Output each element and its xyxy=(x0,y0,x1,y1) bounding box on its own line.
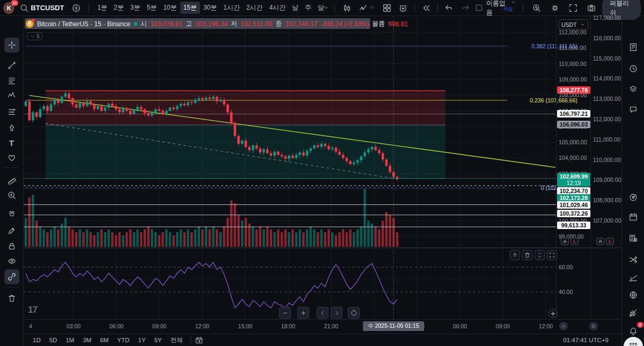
crosshair-tool[interactable] xyxy=(4,38,19,53)
candles-button[interactable] xyxy=(340,2,355,14)
news-panel-button[interactable] xyxy=(626,231,641,246)
trend-line-tool[interactable] xyxy=(4,58,19,73)
scroll-left-button[interactable] xyxy=(317,307,328,319)
interval-button-2시간[interactable]: 2시간 xyxy=(243,2,266,14)
indicators-button[interactable] xyxy=(356,2,378,14)
compare-add-button[interactable] xyxy=(69,2,84,14)
ideas-target-panel-button[interactable] xyxy=(626,190,641,205)
log-scale-button[interactable]: L xyxy=(606,238,614,245)
watchlist-icon xyxy=(628,42,638,52)
emoji-heart-tool[interactable] xyxy=(4,150,19,165)
pattern-icon xyxy=(7,91,17,100)
interval-button-주[interactable]: 주 xyxy=(302,2,314,14)
redo-button[interactable] xyxy=(458,2,473,14)
globe-panel-button[interactable] xyxy=(626,288,641,303)
layout-checkbox[interactable] xyxy=(475,4,483,12)
interval-button-30분[interactable]: 30분 xyxy=(200,2,220,14)
settings-button[interactable] xyxy=(547,2,562,14)
hotlists-web-panel-button[interactable] xyxy=(626,306,641,321)
object-tree-panel-button[interactable] xyxy=(626,82,641,97)
curves-panel-button[interactable] xyxy=(626,270,641,285)
chat-panel-button[interactable] xyxy=(626,102,641,117)
price-label: 99,613.33 xyxy=(557,222,590,229)
interval-button-3분[interactable]: 3분 xyxy=(127,2,144,14)
fullscreen-button[interactable] xyxy=(566,2,581,14)
fib-retracement-tool[interactable] xyxy=(4,73,19,88)
quick-search-button[interactable] xyxy=(529,2,544,14)
range-button-1M[interactable]: 1M xyxy=(62,336,78,344)
range-button-1D[interactable]: 1D xyxy=(29,336,45,344)
tradingview-logo[interactable]: 17 xyxy=(28,305,37,315)
log-scale-button[interactable]: L xyxy=(570,238,579,245)
interval-button-날[interactable]: 날 xyxy=(289,2,302,14)
link-icon xyxy=(7,272,17,282)
interval-button-2분[interactable]: 2분 xyxy=(111,2,127,14)
indicators-icon xyxy=(358,3,368,13)
arrow-up-tool[interactable] xyxy=(4,120,19,135)
zoom-in-button[interactable] xyxy=(297,307,309,319)
price-scale-marker-A[interactable]: A xyxy=(559,322,568,330)
delete-pane-button[interactable] xyxy=(522,250,532,260)
chevron-down-icon[interactable] xyxy=(323,4,330,11)
range-button-5D[interactable]: 5D xyxy=(46,336,61,344)
forecast-tool[interactable] xyxy=(4,104,19,119)
range-button-6M[interactable]: 6M xyxy=(96,336,112,344)
time-tick: 12:00 xyxy=(195,323,209,329)
symbol-search-button[interactable]: BTCUSDT xyxy=(17,2,67,14)
range-button-YTD[interactable]: YTD xyxy=(113,336,133,344)
scroll-right-button[interactable] xyxy=(331,307,342,319)
layout-grid-button[interactable] xyxy=(379,2,394,14)
maximize-pane-button[interactable] xyxy=(547,250,557,260)
chart-canvas[interactable] xyxy=(24,16,556,319)
magnet-tool[interactable] xyxy=(4,207,19,222)
interval-button-4시간[interactable]: 4시간 xyxy=(266,2,289,14)
snapshot-button[interactable] xyxy=(584,2,599,14)
range-button-전체[interactable]: 전체 xyxy=(167,335,187,345)
goto-date-button[interactable] xyxy=(195,336,203,344)
save-status[interactable]: 저장 xyxy=(503,6,513,13)
price-axis-outer[interactable]: 117,000.00116,000.00115,000.00114,000.00… xyxy=(590,16,621,319)
price-axis-inner[interactable]: USDT112,000.00111,000.00110,000.00109,00… xyxy=(556,16,590,319)
pattern-tool[interactable] xyxy=(4,88,19,103)
range-button-5Y[interactable]: 5Y xyxy=(150,336,165,344)
user-avatar[interactable]: K 11 xyxy=(3,2,14,14)
text-tool[interactable]: T xyxy=(4,135,19,150)
auto-scale-button[interactable]: A xyxy=(596,238,604,245)
price-scale-marker-B[interactable]: B xyxy=(589,322,598,330)
range-button-3M[interactable]: 3M xyxy=(79,336,95,344)
watchlist-panel-button[interactable] xyxy=(626,40,641,55)
interval-button-15분[interactable]: 15분 xyxy=(180,2,200,14)
layout-name-button[interactable]: 이름없음 저장 xyxy=(486,0,517,17)
time-axis[interactable]: 403:0006:0009:0012:0015:0018:0021:00006:… xyxy=(24,319,621,334)
chart-legend[interactable]: B Bitcoin / TetherUS · 15 · Binance 시 10… xyxy=(26,19,408,28)
alerts-panel-button[interactable] xyxy=(626,61,641,76)
add-pane-button[interactable]: + xyxy=(548,309,558,318)
replay-button[interactable] xyxy=(419,2,434,14)
reset-chart-button[interactable] xyxy=(348,307,360,319)
alarm-button[interactable] xyxy=(396,2,411,14)
clock[interactable]: 01:47:41 UTC+9 xyxy=(563,337,616,343)
open-value: 103,078.91 xyxy=(150,20,182,28)
move-pane-up-button[interactable] xyxy=(510,250,520,260)
undo-button[interactable] xyxy=(442,2,457,14)
interval-button-10분[interactable]: 10분 xyxy=(160,2,180,14)
interval-button-1시간[interactable]: 1시간 xyxy=(220,2,243,14)
ruler-tool[interactable] xyxy=(4,173,19,188)
link-tool[interactable] xyxy=(4,269,19,284)
pane-separator[interactable] xyxy=(24,247,621,248)
zoom-in-tool[interactable] xyxy=(4,188,19,203)
range-button-1Y[interactable]: 1Y xyxy=(134,336,149,344)
interval-button-5분[interactable]: 5분 xyxy=(143,2,160,14)
indicator-collapse-button[interactable]: 5 xyxy=(27,32,42,40)
collapse-pane-button[interactable] xyxy=(535,250,545,260)
unit-dropdown[interactable]: USDT xyxy=(559,19,588,30)
hide-all-tool[interactable] xyxy=(4,254,19,269)
zoom-out-button[interactable] xyxy=(279,307,291,319)
interval-button-1분[interactable]: 1분 xyxy=(94,2,111,14)
calendar-panel-button[interactable] xyxy=(626,209,641,224)
trash-tool[interactable] xyxy=(4,291,19,306)
drawing-lock-tool[interactable] xyxy=(4,223,19,238)
split-arrows-panel-button[interactable] xyxy=(626,252,641,267)
auto-scale-button[interactable]: A xyxy=(561,238,569,245)
lock-all-tool[interactable] xyxy=(4,239,19,254)
